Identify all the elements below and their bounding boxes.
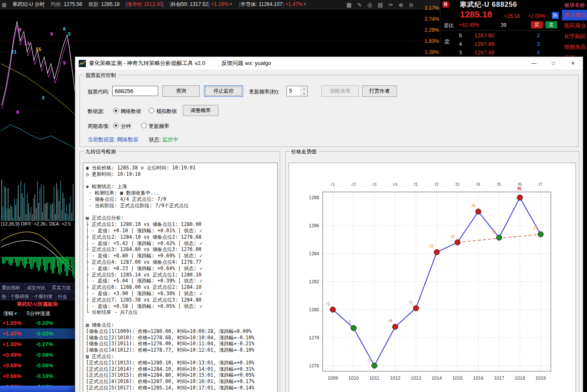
- window-icon: [79, 60, 86, 67]
- network-data-radio-label[interactable]: 网络数据: [121, 108, 141, 115]
- tab-成交对比[interactable]: 成交对比: [25, 283, 50, 291]
- ask-row: 51287.602: [453, 31, 559, 40]
- tab-告[interactable]: 告: [0, 292, 9, 300]
- annotate-icon[interactable]: ✑: [388, 2, 393, 8]
- indicator-tabs: 量比指标成交对比买卖力道: [0, 283, 75, 291]
- r-badge: R: [442, 1, 449, 8]
- log-line: - 当前阶段: 正式点位阶段: 7/9个正式点位: [86, 203, 275, 209]
- price-trend-group: 价格走势图 1276127812801282128412861288100910…: [285, 151, 579, 392]
- view-icon[interactable]: ◎: [367, 2, 372, 8]
- close-button[interactable]: ✕: [563, 57, 583, 70]
- sell-button[interactable]: 卖: [545, 21, 557, 28]
- svg-text:f2: f2: [430, 244, 434, 249]
- change-row[interactable]: +1.55%-0.20%: [0, 318, 75, 328]
- tab-个股研报[interactable]: 个股研报: [9, 292, 32, 300]
- sector-item[interactable]: 化学制药: [562, 31, 587, 42]
- window-titlebar[interactable]: 量化策略监测 - 神奇九转策略分析提醒工具 v2.0 反馈问题 wx: yual…: [75, 57, 583, 70]
- minute-radio-label[interactable]: 分钟: [121, 123, 131, 130]
- tab-量比指标[interactable]: 量比指标: [0, 283, 25, 291]
- change-row[interactable]: +0.66%-0.19%: [0, 371, 75, 381]
- log-line: [正式点位]4(1016): 价格=1287.00, 时间=10:16:01, …: [86, 378, 275, 385]
- col-change[interactable]: 涨幅: [0, 310, 14, 316]
- col-speed[interactable]: 5分钟涨速: [19, 310, 50, 316]
- log-line: [储备点位]2(1010): 价格=1278.68, 时间=10:10:04, …: [86, 335, 275, 341]
- ask-level: 5: [459, 33, 462, 39]
- tab-个股扫雷[interactable]: 个股扫雷: [32, 292, 56, 300]
- stop-monitor-button[interactable]: 停止监控: [204, 85, 243, 97]
- svg-text:f2: f2: [435, 182, 439, 187]
- svg-text:f5: f5: [492, 229, 496, 234]
- update-freq-stepper[interactable]: 5 ▲ ▼: [286, 86, 308, 96]
- signal-detect-group: 九转信号检测 ◉ 当前价格: 1285.38 ⊙ 点位时间: 10:19:01◷…: [79, 151, 280, 392]
- svg-text:r3: r3: [368, 357, 372, 362]
- divider: [440, 30, 563, 31]
- avg-price: 均价: 1275.56: [51, 1, 82, 8]
- window-title: 量化策略监测 - 神奇九转策略分析提醒工具 v2.0: [89, 59, 205, 67]
- sector-item[interactable]: 医药商业: [562, 20, 587, 31]
- log-line: [储备点位]4(1012): 价格=1278.77, 时间=10:12:01, …: [86, 347, 275, 353]
- window-subtitle: 反馈问题 wx: yualgo: [221, 59, 271, 67]
- grid-icon[interactable]: ▦: [346, 2, 352, 8]
- minimize-button[interactable]: —: [524, 57, 544, 70]
- query-button[interactable]: 查询: [162, 85, 200, 97]
- print-icon[interactable]: ▤: [378, 2, 383, 8]
- change-row[interactable]: +0.99%-0.08%: [0, 350, 75, 360]
- adjust-probability-button[interactable]: 调整概率: [183, 105, 218, 116]
- network-data-radio[interactable]: [113, 108, 119, 113]
- maximize-button[interactable]: □: [544, 57, 563, 70]
- macd-label: (12,26,9) DIFF: +2.26↓ DEA: +2.5: [1, 221, 76, 227]
- svg-text:r2: r2: [352, 182, 356, 187]
- index1-close-icon[interactable]: ×: [228, 1, 233, 7]
- monitor-control-group: 股票监控控制 股票代码: 查询 停止监控 更新频率(秒): 5 ▲ ▼ 提醒选项…: [79, 75, 578, 147]
- quote-panel: R 寒武纪-U 688256 1285.18 +25.18 +2.00% 陆 委…: [440, 0, 563, 56]
- stepper-down-icon[interactable]: ▼: [301, 91, 307, 96]
- update-freq-label: 更新频率(秒):: [249, 88, 279, 96]
- update-freq-radio[interactable]: [141, 123, 147, 128]
- quote-price: 1285.18: [460, 9, 492, 20]
- update-freq-radio-label[interactable]: 更新频率: [149, 123, 169, 130]
- sector-item[interactable]: 赛马概念: [562, 10, 587, 20]
- board-list-header: 涨幅▼ 5分钟涨速: [0, 310, 75, 318]
- ask-price: 1287.48: [474, 49, 494, 56]
- change-row[interactable]: +1.47%-0.02%: [0, 328, 75, 339]
- change-row[interactable]: +0.69%-0.06%: [0, 360, 75, 371]
- remind-options-button[interactable]: 提醒选项: [321, 85, 359, 97]
- change-value: +0.66%: [0, 373, 36, 379]
- svg-text:r4: r4: [388, 318, 393, 323]
- svg-text:1018: 1018: [515, 375, 525, 381]
- svg-text:f1: f1: [414, 182, 418, 187]
- zoom-in-icon[interactable]: ⊕: [399, 2, 403, 8]
- tip-author-button[interactable]: 打赏作者: [362, 85, 397, 97]
- svg-text:1016: 1016: [473, 375, 483, 381]
- tab-买卖力道[interactable]: 买卖力道: [50, 283, 75, 291]
- change-row[interactable]: +1.00%-0.27%: [0, 339, 75, 350]
- index2-tag: [半导体: 11264.107] +1.47%×: [239, 1, 307, 8]
- log-line: ├ 正式点位4: 1287.00 vs 储备点位4: 1278.77: [86, 259, 275, 265]
- ask-level: 4: [459, 41, 462, 47]
- bottom-blue-bar[interactable]: [0, 386, 75, 392]
- signal-log[interactable]: ◉ 当前价格: 1285.38 ⊙ 点位时间: 10:19:01◷ 更新时间: …: [83, 163, 278, 392]
- buy-button[interactable]: 买: [531, 21, 543, 28]
- sector-item[interactable]: 细胞免疫: [562, 42, 587, 52]
- stepper-up-icon[interactable]: ▲: [301, 86, 307, 91]
- period-label: 周期选项:: [88, 123, 109, 130]
- index2-close-icon[interactable]: ×: [303, 1, 307, 7]
- speed-value: -0.08%: [36, 352, 53, 358]
- log-line: [储备点位]3(1011): 价格=1276.00, 时间=10:11:04, …: [86, 341, 275, 347]
- ask-price: 1287.49: [474, 41, 494, 47]
- sort-desc-icon: ▼: [14, 311, 18, 316]
- minute-radio[interactable]: [113, 123, 119, 128]
- sector-change-list: +1.55%-0.20%+1.47%-0.02%+1.00%-0.27%+0.9…: [0, 318, 75, 392]
- sim-data-radio[interactable]: [149, 108, 154, 113]
- ask-queue: 51287.60241287.49331287.484: [453, 31, 559, 57]
- log-line: │ - 差值: +5.42 | 涨跌幅: +0.42% | 状态: ✓: [86, 240, 275, 247]
- toolbar-icons: ▦✎◎▤✑⊕⊖: [346, 0, 414, 9]
- log-line: - 储备点位: 4/4 正式点位: 7/9: [86, 196, 275, 203]
- draw-icon[interactable]: ✎: [357, 2, 362, 8]
- stock-code-input[interactable]: [112, 86, 158, 96]
- ask-qty: 2: [525, 33, 540, 39]
- log-line: [86, 209, 275, 215]
- tab-行业[interactable]: 行业: [56, 292, 75, 300]
- sim-data-radio-label[interactable]: 模拟数据: [156, 108, 177, 115]
- zoom-out-icon[interactable]: ⊖: [409, 2, 414, 8]
